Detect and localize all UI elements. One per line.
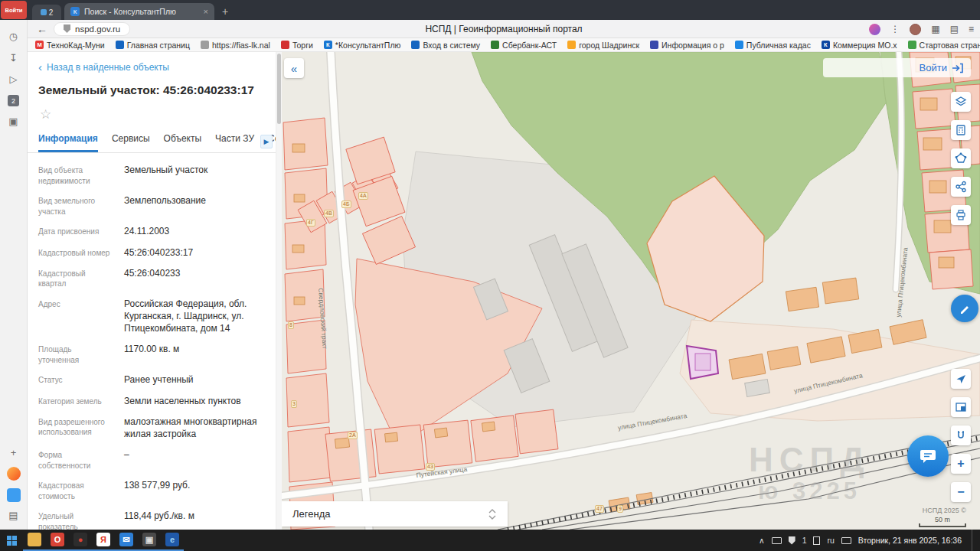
panel-scrollbar[interactable] bbox=[276, 52, 282, 530]
yandex-services-icon[interactable] bbox=[7, 467, 21, 481]
field-row: Кадастровый номер 45:26:040233:17 bbox=[38, 246, 265, 259]
screenshot-icon[interactable]: ▣ bbox=[8, 116, 18, 128]
taskbar-app[interactable]: O bbox=[46, 530, 69, 551]
favorite-star-icon[interactable]: ☆ bbox=[28, 97, 276, 122]
panel-tab[interactable]: Информация bbox=[38, 133, 98, 152]
scrollbar-thumb[interactable] bbox=[277, 54, 281, 124]
tab-close-icon[interactable]: × bbox=[204, 7, 208, 16]
legend-toggle-icon[interactable] bbox=[488, 509, 497, 520]
draw-tool-button[interactable] bbox=[951, 295, 978, 322]
hamburger-menu-icon[interactable]: ≡ bbox=[969, 24, 974, 34]
bookmark-item[interactable]: Информация о р bbox=[650, 41, 724, 50]
bookmark-label: Торги bbox=[292, 41, 313, 50]
lot-number-label: 8 bbox=[288, 321, 294, 329]
language-indicator[interactable]: ru bbox=[827, 536, 834, 545]
start-button[interactable] bbox=[0, 530, 23, 551]
lot-number-label: 4Б bbox=[341, 201, 351, 208]
back-link[interactable]: ‹ Назад в найденные объекты bbox=[28, 52, 276, 73]
show-desktop-button[interactable] bbox=[972, 530, 975, 551]
taskbar-app[interactable]: ▣ bbox=[138, 530, 161, 551]
panel-tab[interactable]: Объекты bbox=[164, 133, 202, 152]
object-attributes: Вид объекта недвижимости Земельный участ… bbox=[28, 153, 276, 530]
bookmark-favicon bbox=[908, 41, 916, 49]
calculator-icon[interactable] bbox=[951, 120, 971, 140]
bookmark-item[interactable]: К *КонсультантПлю bbox=[324, 41, 401, 50]
keyboard-icon[interactable] bbox=[841, 537, 851, 544]
downloads-icon[interactable]: ↧ bbox=[9, 52, 18, 64]
collapse-panel-button[interactable]: « bbox=[284, 58, 304, 78]
field-value: – bbox=[124, 448, 265, 471]
tray-count[interactable]: 1 bbox=[802, 536, 807, 545]
minimap-icon[interactable] bbox=[951, 397, 971, 417]
field-row: Дата присвоения 24.11.2003 bbox=[38, 225, 265, 237]
bookmark-item[interactable]: Главная страниц bbox=[116, 41, 190, 50]
field-row: Удельный показатель кадастровой стоимост… bbox=[38, 510, 265, 530]
panels-icon[interactable]: ▤ bbox=[950, 24, 959, 34]
map-area[interactable]: 4Г 4В 4Б 4А 8 3 2А 43 47 9 Свердловский … bbox=[282, 52, 980, 530]
bookmark-favicon bbox=[116, 41, 124, 49]
field-value: 1170.00 кв. м bbox=[124, 343, 265, 365]
lot-number-label: 4Г bbox=[306, 219, 315, 227]
login-bar[interactable]: Войти bbox=[823, 58, 971, 77]
history-icon[interactable]: ◷ bbox=[9, 31, 18, 43]
taskbar-app[interactable]: e bbox=[161, 530, 184, 551]
field-label: Кадастровый номер bbox=[38, 246, 112, 259]
new-tab-button[interactable]: + bbox=[222, 5, 228, 18]
login-button-label[interactable]: Войти bbox=[920, 62, 947, 73]
kebab-menu-icon[interactable]: ⋮ bbox=[890, 24, 900, 34]
active-tab[interactable]: К Поиск - КонсультантПлю × bbox=[64, 3, 214, 20]
site-security-icon[interactable] bbox=[64, 24, 70, 33]
bookmark-item[interactable]: город Шадринск bbox=[567, 41, 639, 50]
legend-bar[interactable]: Легенда bbox=[282, 501, 508, 527]
lot-number-label: 4В bbox=[324, 210, 334, 217]
taskbar-app[interactable]: ● bbox=[69, 530, 92, 551]
bookmark-label: ТехноКад-Муни bbox=[47, 41, 105, 50]
bookmark-favicon bbox=[491, 41, 499, 49]
field-row: Форма собственности – bbox=[38, 448, 265, 471]
apps-grid-icon[interactable]: ▦ bbox=[931, 24, 939, 34]
bookmark-label: Публичная кадас bbox=[746, 41, 811, 50]
map-canvas[interactable] bbox=[282, 52, 980, 530]
add-panel-icon[interactable]: + bbox=[11, 447, 17, 459]
taskbar-clock[interactable]: Вторник, 21 янв 2025, 16:36 bbox=[858, 536, 962, 545]
bookmark-item[interactable]: Торги bbox=[281, 41, 313, 50]
collapse-sidebar-icon[interactable]: ▤ bbox=[8, 510, 18, 522]
tray-expand-icon[interactable]: ∧ bbox=[759, 536, 765, 545]
address-bar[interactable]: nspd.gov.ru bbox=[54, 22, 130, 36]
security-shield-icon[interactable] bbox=[789, 536, 795, 545]
panel-tab[interactable]: Части ЗУ bbox=[215, 133, 254, 152]
zoom-in-button[interactable]: + bbox=[951, 454, 971, 474]
locate-icon[interactable] bbox=[951, 369, 971, 389]
share-icon[interactable] bbox=[951, 177, 971, 197]
play-media-icon[interactable]: ▷ bbox=[10, 73, 18, 86]
taskbar-app[interactable]: ✉ bbox=[115, 530, 138, 551]
browser-profile-button[interactable]: Войти bbox=[1, 1, 27, 19]
mail-panel-icon[interactable] bbox=[7, 488, 21, 502]
profile-avatar[interactable] bbox=[910, 24, 921, 35]
document-tray-icon[interactable] bbox=[813, 536, 820, 545]
bookmark-item[interactable]: Сбербанк-АСТ bbox=[491, 41, 557, 50]
tabs-counter-icon[interactable]: 2 bbox=[8, 95, 19, 106]
layers-icon[interactable] bbox=[951, 92, 971, 112]
alice-assistant-icon[interactable] bbox=[869, 24, 880, 35]
bookmark-item[interactable]: К Коммерция МО.х bbox=[822, 41, 897, 50]
zoom-out-button[interactable]: − bbox=[951, 482, 971, 502]
taskbar-app[interactable] bbox=[23, 530, 46, 551]
magnet-icon[interactable] bbox=[951, 425, 971, 445]
print-icon[interactable] bbox=[951, 205, 971, 225]
tab-group-button[interactable]: 2 bbox=[32, 5, 61, 20]
network-icon[interactable] bbox=[772, 537, 782, 544]
tabs-scroll-right-button[interactable]: ▶ bbox=[260, 135, 273, 148]
panel-tab[interactable]: Сервисы bbox=[112, 133, 150, 152]
taskbar-app[interactable]: Я bbox=[92, 530, 115, 551]
bookmark-item[interactable]: Публичная кадас bbox=[735, 41, 811, 50]
page-title: НСПД | Геоинформационный портал bbox=[28, 24, 980, 34]
bookmark-item[interactable]: М ТехноКад-Муни bbox=[35, 41, 105, 50]
bookmark-item[interactable]: Стартовая стран bbox=[908, 41, 980, 50]
bookmark-item[interactable]: https://fias-lk.nal bbox=[201, 41, 270, 50]
back-nav-icon[interactable]: ← bbox=[37, 23, 47, 35]
bookmark-item[interactable]: Вход в систему bbox=[411, 41, 480, 50]
measure-area-icon[interactable] bbox=[951, 148, 971, 168]
chat-assistant-button[interactable] bbox=[907, 435, 949, 477]
object-info-panel: ‹ Назад в найденные объекты Земельный уч… bbox=[28, 52, 276, 530]
